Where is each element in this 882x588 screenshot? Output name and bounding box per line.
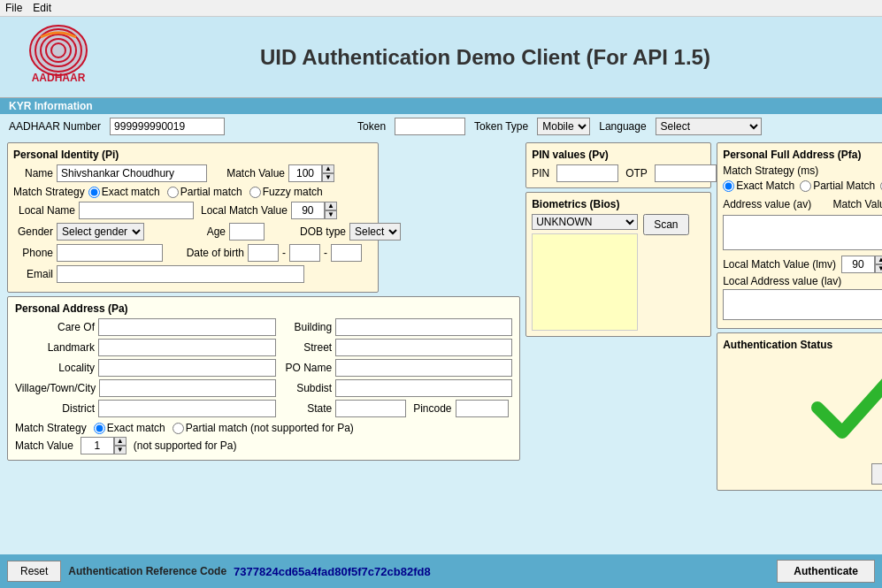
match-value-up[interactable]: ▲ [322,164,334,173]
landmark-input[interactable] [98,339,276,356]
bottom-bar: Reset Authentication Reference Code 7377… [0,554,882,588]
care-of-input[interactable] [98,318,276,336]
auth-panel: Authentication Status Validate Response [717,332,882,491]
bio-type-select[interactable]: UNKNOWN FMR FIR IIR [532,214,638,230]
locality-input[interactable] [98,359,276,377]
match-value-input[interactable] [288,164,322,182]
validate-response-button[interactable]: Validate Response [871,463,882,485]
main-panels: Personal Identity (Pi) Name Match Value … [0,139,882,494]
pfa-av-textarea[interactable] [723,215,882,250]
app-title: UID Authentication Demo Client (For API … [260,45,710,69]
pa-not-supported: (not supported for Pa) [134,439,237,452]
auth-title: Authentication Status [723,339,882,351]
exact-match-radio[interactable] [88,187,100,198]
pfa-exact-radio[interactable] [723,180,734,192]
partial-match-radio-label: Partial match [167,186,242,198]
local-name-input[interactable] [79,202,194,219]
building-input[interactable] [335,318,512,336]
pfa-partial-radio[interactable] [800,180,811,192]
pfa-partial-label: Partial Match [800,179,875,192]
reset-button[interactable]: Reset [7,561,61,582]
pa-partial-radio[interactable] [173,423,184,434]
building-label: Building [283,321,332,333]
language-select[interactable]: Select English Hindi [656,118,762,135]
pfa-lav-label: Local Address value (lav) [723,275,882,287]
token-type-select[interactable]: Mobile Email [537,118,590,135]
exact-match-text: Exact match [102,186,160,198]
otp-label: OTP [625,167,648,179]
scan-button[interactable]: Scan [643,214,688,235]
bio-image [532,233,638,331]
pi-panel: Personal Identity (Pi) Name Match Value … [7,142,379,293]
menubar: File Edit [0,0,882,17]
age-input[interactable] [229,223,265,241]
token-type-label: Token Type [474,120,528,133]
dob-day-input[interactable] [248,244,279,262]
pfa-exact-text: Exact Match [736,179,794,192]
fuzzy-match-radio[interactable] [249,187,261,198]
gender-age-row: Gender Select gender Male Female Transge… [13,223,372,241]
pfa-lmv-label: Local Match Value (lmv) [723,258,836,271]
bio-left: UNKNOWN FMR FIR IIR [532,214,638,331]
authenticate-button[interactable]: Authenticate [777,560,875,583]
fuzzy-match-text: Fuzzy match [263,186,323,198]
subdist-input[interactable] [335,379,512,397]
dob-type-select[interactable]: Select V A R [349,223,401,241]
left-section: Personal Identity (Pi) Name Match Value … [7,142,520,491]
pincode-input[interactable] [456,400,509,417]
age-label: Age [155,225,226,238]
pa-match-up[interactable]: ▲ [114,437,127,446]
pa-match-down[interactable]: ▼ [114,446,127,454]
aadhaar-input[interactable] [110,118,225,135]
dob-year-input[interactable] [331,244,362,262]
kyr-row: AADHAAR Number Token Token Type Mobile E… [0,114,882,139]
pfa-av-mv-labels: Address value (av) Match Value (mv) ▲ ▼ [723,195,882,213]
pa-match-spinner: ▲ ▼ [81,437,127,454]
pfa-lmv-input[interactable] [841,256,875,273]
match-value-down[interactable]: ▼ [322,173,334,182]
match-strategy-label: Match Strategy [13,186,85,198]
email-input[interactable] [57,265,304,283]
token-input[interactable] [395,118,465,135]
pin-row: PIN OTP [532,164,705,182]
gender-select[interactable]: Select gender Male Female Transgender [57,223,144,241]
local-match-spinner: ▲ ▼ [291,202,337,219]
otp-input[interactable] [655,164,717,182]
pfa-av-label: Address value (av) [723,198,811,210]
aadhaar-label: AADHAAR Number [9,120,101,133]
match-strategy-row: Match Strategy Exact match Partial match… [13,186,372,198]
partial-match-radio[interactable] [167,187,179,198]
landmark-row: Landmark [15,339,276,356]
phone-dob-row: Phone Date of birth - - [13,244,372,262]
pfa-lav-textarea[interactable] [723,289,882,320]
local-match-input[interactable] [291,202,325,219]
partial-match-text: Partial match [180,186,242,198]
pin-panel: PIN values (Pv) PIN OTP [525,142,711,188]
logo-area: AADHAAR [14,24,103,90]
pfa-lmv-up[interactable]: ▲ [875,256,882,264]
pfa-lmv-down[interactable]: ▼ [875,264,882,273]
checkmark-icon [809,372,882,443]
local-match-down[interactable]: ▼ [325,210,337,219]
po-name-input[interactable] [335,359,512,377]
match-value-spinner: ▲ ▼ [288,164,334,182]
name-input[interactable] [57,164,207,182]
token-label: Token [357,120,386,133]
local-match-up[interactable]: ▲ [325,202,337,210]
phone-input[interactable] [57,244,163,262]
street-input[interactable] [335,339,512,356]
pa-exact-radio[interactable] [94,423,105,434]
svg-text:AADHAAR: AADHAAR [32,72,86,84]
match-value-label: Match Value [214,167,285,179]
pa-match-value-input[interactable] [81,437,114,454]
pa-match-value-label: Match Value [15,439,73,452]
menu-edit[interactable]: Edit [33,2,51,14]
pa-match-value-row: Match Value ▲ ▼ (not supported for Pa) [15,437,512,454]
district-input[interactable] [98,400,276,417]
menu-file[interactable]: File [5,2,22,14]
dob-month-input[interactable] [289,244,320,262]
state-input[interactable] [335,400,406,417]
vtc-input[interactable] [99,379,276,397]
pin-input[interactable] [556,164,618,182]
phone-label: Phone [13,247,53,259]
